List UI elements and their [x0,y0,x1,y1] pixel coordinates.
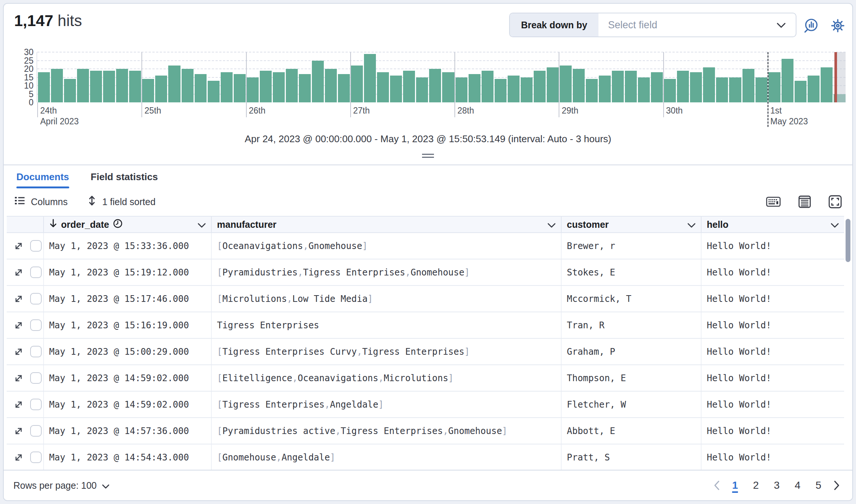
histogram-bar[interactable] [677,71,689,103]
expand-row-icon[interactable] [13,347,24,357]
histogram-bar[interactable] [756,77,767,103]
histogram-bar[interactable] [456,77,467,103]
tab-field-statistics[interactable]: Field statistics [91,166,158,188]
cell-hello[interactable]: Hello World! [702,444,844,470]
histogram-bar[interactable] [64,79,76,102]
expand-row-icon[interactable] [13,399,24,410]
histogram-bar[interactable] [429,69,441,102]
histogram-bar[interactable] [38,72,50,102]
page-button-5[interactable]: 5 [810,476,827,494]
histogram-bar[interactable] [221,72,233,102]
histogram-bar[interactable] [416,77,428,103]
cell-order-date[interactable]: May 1, 2023 @ 15:00:29.000 [44,339,212,364]
histogram-bar[interactable] [338,74,350,103]
histogram-bar[interactable] [260,71,272,103]
row-checkbox[interactable] [30,319,42,331]
histogram-bar[interactable] [103,71,115,103]
cell-manufacturer[interactable]: [Pyramidustries active, Tigress Enterpri… [212,418,562,444]
expand-row-icon[interactable] [13,452,24,463]
histogram-bar[interactable] [129,71,141,103]
histogram-bar[interactable] [638,77,650,103]
histogram-bar[interactable] [547,67,559,103]
row-checkbox[interactable] [30,452,42,463]
cell-hello[interactable]: Hello World! [702,365,844,391]
expand-row-icon[interactable] [13,320,24,331]
fullscreen-icon[interactable] [828,195,842,208]
histogram-bar[interactable] [234,74,246,103]
cell-order-date[interactable]: May 1, 2023 @ 14:57:36.000 [44,418,212,444]
cell-customer[interactable]: Fletcher, W [562,392,702,417]
cell-customer[interactable]: Graham, P [562,339,702,364]
cell-customer[interactable]: Brewer, r [562,233,702,259]
sort-fields-button[interactable]: 1 field sorted [87,195,156,209]
expand-row-icon[interactable] [13,241,24,251]
breakdown-select[interactable]: Select field [598,13,796,36]
row-checkbox[interactable] [30,240,42,252]
histogram-bar[interactable] [716,77,728,103]
histogram-bar[interactable] [586,79,598,102]
page-button-4[interactable]: 4 [789,476,806,494]
columns-button[interactable]: Columns [14,195,68,208]
histogram-bar[interactable] [534,71,546,103]
cell-manufacturer[interactable]: [Microlutions, Low Tide Media] [212,286,562,312]
row-checkbox[interactable] [30,346,42,357]
histogram-bar[interactable] [651,72,663,102]
histogram-bar[interactable] [560,66,572,102]
histogram-bar[interactable] [795,81,807,103]
column-header-customer[interactable]: customer [562,217,702,232]
histogram-bar[interactable] [469,74,480,103]
table-density-icon[interactable] [798,195,811,208]
histogram-bar[interactable] [90,71,102,103]
cell-hello[interactable]: Hello World! [702,259,844,285]
histogram-bar[interactable] [142,79,154,102]
cell-hello[interactable]: Hello World! [702,286,844,312]
cell-hello[interactable]: Hello World! [702,339,844,364]
histogram-bar[interactable] [664,79,676,102]
row-checkbox[interactable] [30,293,42,304]
cell-manufacturer[interactable]: [Tigress Enterprises Curvy, Tigress Ente… [212,339,562,364]
cell-hello[interactable]: Hello World! [702,418,844,444]
histogram-bar[interactable] [182,69,194,102]
rows-per-page-button[interactable]: Rows per page: 100 [13,480,109,491]
histogram-bar[interactable] [390,76,402,102]
cell-manufacturer[interactable]: [Gnomehouse, Angeldale] [212,444,562,470]
column-header-hello[interactable]: hello [702,217,844,232]
histogram-bar[interactable] [299,74,311,103]
cell-manufacturer[interactable]: [Elitelligence, Oceanavigations, Microlu… [212,365,562,391]
cell-order-date[interactable]: May 1, 2023 @ 15:17:46.000 [44,286,212,312]
histogram-bar[interactable] [77,69,89,102]
expand-row-icon[interactable] [13,426,24,436]
cell-order-date[interactable]: May 1, 2023 @ 15:16:19.000 [44,312,212,338]
histogram-bar[interactable] [116,69,128,102]
cell-manufacturer[interactable]: [Pyramidustries, Tigress Enterprises, Gn… [212,259,562,285]
histogram-bar[interactable] [729,77,741,103]
histogram-bar[interactable] [703,67,715,103]
cell-customer[interactable]: Stokes, E [562,259,702,285]
histogram-bar[interactable] [495,79,507,102]
histogram-bar[interactable] [769,72,780,102]
histogram-bar[interactable] [742,69,754,102]
histogram-bar[interactable] [599,76,611,102]
cell-customer[interactable]: Abbott, E [562,418,702,444]
cell-customer[interactable]: Pratt, S [562,444,702,470]
previous-page-icon[interactable] [711,481,723,490]
tab-documents[interactable]: Documents [16,166,69,188]
histogram-bar[interactable] [312,61,324,103]
histogram-bar[interactable] [195,74,207,103]
gear-icon[interactable] [829,17,846,34]
cell-hello[interactable]: Hello World! [702,392,844,417]
cell-manufacturer[interactable]: [Tigress Enterprises, Angeldale] [212,392,562,417]
expand-row-icon[interactable] [13,373,24,383]
histogram-bar[interactable] [625,71,637,103]
row-checkbox[interactable] [30,399,42,410]
histogram-bar[interactable] [612,71,624,103]
histogram-bar[interactable] [377,72,389,102]
histogram-bar[interactable] [442,72,454,102]
page-button-1[interactable]: 1 [726,476,744,494]
cell-order-date[interactable]: May 1, 2023 @ 15:33:36.000 [44,233,212,259]
cell-hello[interactable]: Hello World! [702,312,844,338]
histogram-bar[interactable] [247,77,259,103]
cell-customer[interactable]: Thompson, E [562,365,702,391]
expand-row-icon[interactable] [13,294,24,304]
page-button-3[interactable]: 3 [768,476,785,494]
